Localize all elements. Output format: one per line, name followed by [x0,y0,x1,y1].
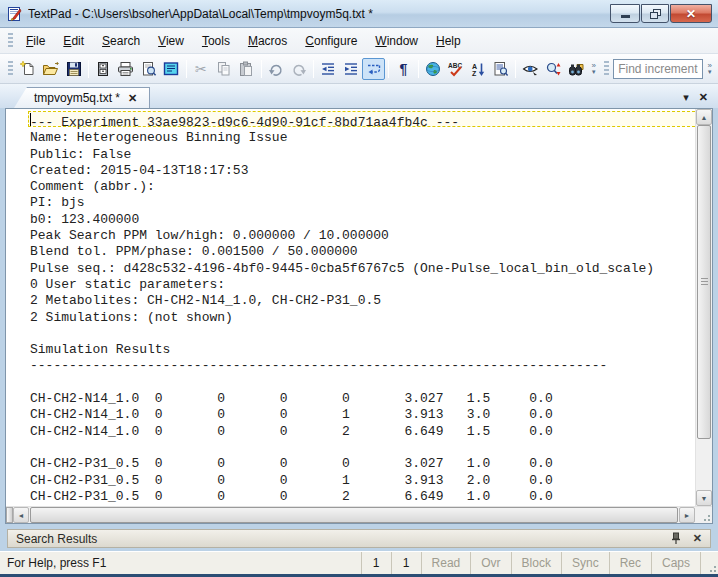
menu-view[interactable]: View [149,30,193,52]
resize-grip-icon[interactable] [701,512,710,521]
find-incrementally-input[interactable] [613,59,703,79]
search-panel-close-icon[interactable]: ✕ [693,532,702,545]
outdent-button[interactable] [317,58,340,80]
editor-line[interactable]: Peak Search PPM low/high: 0.000000 / 10.… [6,225,695,241]
save-icon [66,61,82,77]
tab-bar: tmpvoym5q.txt * ✕ ▾ ✕ [0,84,718,108]
vertical-scroll-track[interactable] [696,125,712,490]
textpad-window: TextPad - C:\Users\bsoher\AppData\Local\… [0,0,718,577]
toolbar-grip[interactable] [8,61,13,77]
editor-line[interactable]: b0: 123.400000 [6,209,695,225]
status-caps-toggle[interactable]: Caps [651,552,700,574]
search-results-panel[interactable]: Search Results ✕ [7,529,711,548]
scroll-right-arrow[interactable]: ► [679,507,695,523]
status-ovr-toggle[interactable]: Ovr [470,552,510,574]
editor-line[interactable] [6,437,695,453]
horizontal-splitter-handle[interactable] [6,507,13,523]
editor-line[interactable]: CH-CH2-N14_1.0 0 0 0 0 3.027 1.5 0.0 [6,388,695,404]
editor-line[interactable]: Pulse seq.: d428c532-4196-4bf0-9445-0cba… [6,258,695,274]
tab-list-dropdown[interactable]: ▾ [683,91,689,104]
redo-button[interactable] [287,58,310,80]
status-rec-toggle[interactable]: Rec [609,552,651,574]
editor-line[interactable] [6,372,695,388]
toolbar-separator [186,60,187,78]
indent-icon [343,61,359,77]
title-bar[interactable]: TextPad - C:\Users\bsoher\AppData\Local\… [0,0,718,28]
scroll-up-arrow[interactable]: ▲ [696,109,712,125]
menu-help[interactable]: Help [427,30,470,52]
paste-button[interactable] [235,58,258,80]
editor-line[interactable] [6,323,695,339]
editor-line[interactable]: CH-CH2-P31_0.5 0 0 0 0 3.027 1.0 0.0 [6,453,695,469]
toolbar-overflow-chevron[interactable]: »▼ [587,57,600,81]
print-preview-button[interactable] [137,58,160,80]
menu-macros[interactable]: Macros [239,30,296,52]
menu-configure[interactable]: Configure [296,30,366,52]
scroll-down-arrow[interactable]: ▼ [696,490,712,506]
editor-line[interactable]: ----------------------------------------… [6,355,695,371]
menu-search[interactable]: Search [93,30,149,52]
status-read-toggle[interactable]: Read [421,552,471,574]
indent-button[interactable] [340,58,363,80]
editor-line[interactable]: CH-CH2-N14_1.0 0 0 0 1 3.913 3.0 0.0 [6,404,695,420]
spell-check-icon: ABC [447,61,464,77]
editor-line[interactable]: 2 Simulations: (not shown) [6,307,695,323]
editor-frame: --- Experiment 33ae9823-d9c6-4d90-91cf-8… [5,108,713,524]
open-file-button[interactable] [40,58,63,80]
word-wrap-icon [366,61,382,77]
find-toolbar-overflow-chevron[interactable]: »▼ [703,57,716,81]
formatting-marks-button[interactable]: ¶ [392,58,415,80]
editor-line[interactable]: Blend tol. PPM/phase: 0.001500 / 50.0000… [6,241,695,257]
undo-button[interactable] [265,58,288,80]
horizontal-scroll-thumb[interactable] [30,507,678,523]
pin-icon[interactable] [671,532,681,545]
scroll-left-arrow[interactable]: ◄ [13,507,29,523]
editor-line[interactable]: PI: bjs [6,192,695,208]
web-browse-button[interactable] [422,58,445,80]
minimize-button[interactable] [610,4,640,23]
close-button[interactable]: ✕ [670,4,712,23]
menu-file[interactable]: File [17,30,54,52]
print-button[interactable] [115,58,138,80]
menu-window[interactable]: Window [366,30,427,52]
copy-button[interactable] [212,58,235,80]
find-in-files-button[interactable] [490,58,513,80]
vertical-scrollbar[interactable]: ▲ ▼ [695,109,712,506]
editor-line[interactable]: 2 Metabolites: CH-CH2-N14_1.0, CH-CH2-P3… [6,290,695,306]
menubar-grip[interactable] [8,33,13,49]
editor-line[interactable]: CH-CH2-P31_0.5 0 0 0 1 3.913 2.0 0.0 [6,470,695,486]
cut-button[interactable]: ✂ [190,58,213,80]
statusbar-resize-grip[interactable] [700,552,718,574]
menu-edit[interactable]: Edit [54,30,93,52]
tabbar-close-icon[interactable]: ✕ [699,91,708,104]
document-drawer-button[interactable] [92,58,115,80]
view-search-button[interactable] [519,58,542,80]
save-button[interactable] [62,58,85,80]
menu-tools[interactable]: Tools [193,30,239,52]
find-in-browser-button[interactable] [565,58,588,80]
sort-az-button[interactable]: A Z [467,58,490,80]
editor-line[interactable]: Created: 2015-04-13T18:17:53 [6,160,695,176]
editor-line[interactable]: Simulation Results [6,339,695,355]
editor-line[interactable]: Comment (abbr.): [6,176,695,192]
status-sync-toggle[interactable]: Sync [561,552,609,574]
find-toolbar-grip[interactable] [604,61,609,77]
text-editor-surface[interactable]: --- Experiment 33ae9823-d9c6-4d90-91cf-8… [6,109,695,506]
replace-button[interactable] [542,58,565,80]
status-block-toggle[interactable]: Block [511,552,561,574]
tab-tmpvoym5q[interactable]: tmpvoym5q.txt * ✕ [14,87,150,108]
editor-current-line[interactable]: --- Experiment 33ae9823-d9c6-4d90-91cf-8… [28,111,695,127]
print-icon [117,61,134,77]
editor-line[interactable]: CH-CH2-N14_1.0 0 0 0 2 6.649 1.5 0.0 [6,421,695,437]
word-wrap-button[interactable] [362,58,385,80]
restore-button[interactable] [641,4,669,23]
editor-line[interactable]: CH-CH2-P31_0.5 0 0 0 2 6.649 1.0 0.0 [6,486,695,502]
spell-check-button[interactable]: ABC [444,58,467,80]
new-file-button[interactable] [17,58,40,80]
tab-close-icon[interactable]: ✕ [128,92,137,105]
status-column-number: 1 [391,552,421,574]
clip-library-button[interactable] [160,58,183,80]
editor-line[interactable]: 0 User static parameters: [6,274,695,290]
editor-line[interactable]: Public: False [6,144,695,160]
vertical-scroll-thumb[interactable] [697,125,711,439]
